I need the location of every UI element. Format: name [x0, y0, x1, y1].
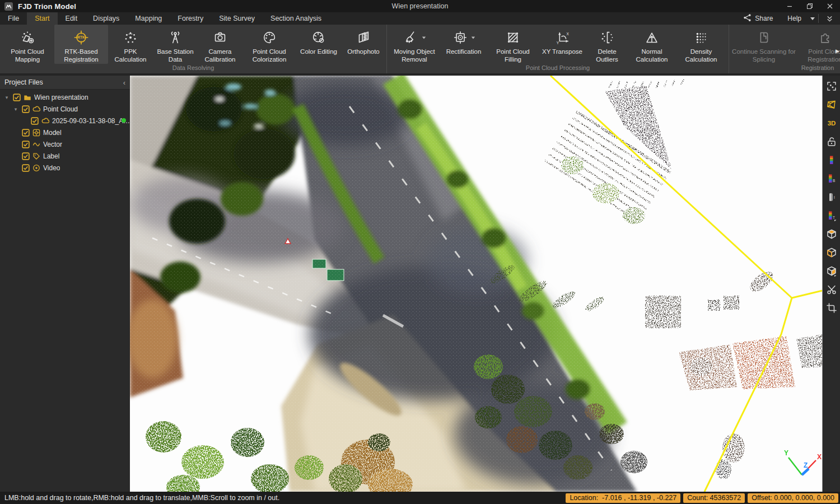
- visibility-checkbox[interactable]: [31, 117, 39, 125]
- xy-transpose-icon: XY: [554, 27, 571, 48]
- toolbar-intensity-button[interactable]: I: [824, 189, 839, 207]
- ribbon-group-label: Data Resolving: [1, 64, 386, 73]
- dropdown-caret-icon[interactable]: [422, 36, 426, 39]
- ribbon-groups: Point Cloud MappingRTKRTK-Based Registra…: [0, 25, 840, 73]
- ribbon-item-normal-calculation[interactable]: Normal Calculation: [629, 25, 674, 64]
- toolbar-cube-solid-button[interactable]: [824, 226, 839, 244]
- visibility-checkbox[interactable]: [22, 152, 30, 160]
- ribbon-item-camera-calibration[interactable]: Camera Calibration: [198, 25, 242, 64]
- color-editing-icon: [310, 27, 327, 48]
- ribbon-group-data-resolving: Point Cloud MappingRTKRTK-Based Registra…: [0, 25, 386, 73]
- ribbon-item-label: Point Cloud Filling: [486, 48, 540, 63]
- ribbon-item-orthophoto[interactable]: Orthophoto: [341, 25, 386, 64]
- viewport-canvas[interactable]: Y Z X: [130, 76, 822, 492]
- tree-item-2025-09-03-11-38-08-avst[interactable]: 2025-09-03-11-38-08_Avst...: [0, 115, 130, 127]
- ribbon-item-delete-outliers[interactable]: Delete Outliers: [585, 25, 629, 64]
- help-button[interactable]: Help: [782, 15, 807, 22]
- project-files-panel: Project Files ‹ ▾Wien presentation▾Point…: [0, 76, 130, 492]
- project-tree: ▾Wien presentation▾Point Cloud2025-09-03…: [0, 90, 130, 174]
- svg-text:3D: 3D: [828, 120, 836, 127]
- restore-button[interactable]: [800, 0, 820, 12]
- ribbon-item-point-cloud-mapping[interactable]: Point Cloud Mapping: [1, 25, 54, 64]
- axis-y-label: Y: [784, 449, 788, 457]
- tree-item-point-cloud[interactable]: ▾Point Cloud: [0, 103, 130, 115]
- menu-displays[interactable]: Displays: [85, 12, 127, 25]
- vector-icon: [32, 141, 40, 148]
- visibility-checkbox[interactable]: [22, 164, 30, 172]
- color-blue-channel-icon: B: [826, 173, 837, 186]
- menubar-right: Share Help: [738, 12, 840, 25]
- visibility-checkbox[interactable]: [22, 105, 30, 113]
- collapse-ribbon-button[interactable]: [822, 15, 837, 22]
- ribbon-group-items: Moving Object RemovalRectificationPoint …: [388, 25, 728, 64]
- dropdown-caret-icon[interactable]: [472, 36, 475, 39]
- toolbar-color-rgb-button[interactable]: [824, 152, 839, 170]
- expand-arrow-icon[interactable]: ▾: [3, 95, 10, 100]
- ribbon-item-point-cloud-filling[interactable]: Point Cloud Filling: [486, 25, 540, 64]
- tree-item-video[interactable]: Video: [0, 162, 130, 174]
- ribbon-item-rectification[interactable]: Rectification: [441, 25, 486, 64]
- app-title: FJD Trion Model: [18, 2, 76, 11]
- perspective-view-icon: [826, 99, 837, 112]
- ribbon-item-moving-object-removal[interactable]: Moving Object Removal: [388, 25, 441, 64]
- menu-edit[interactable]: Edit: [58, 12, 86, 25]
- toolbar-3d-view-button[interactable]: 3D: [824, 115, 839, 133]
- toolbar-fit-view-button[interactable]: [824, 78, 839, 96]
- normal-calculation-icon: [643, 27, 660, 48]
- toolbar-color-blue-channel-button[interactable]: B: [824, 170, 839, 189]
- menu-site-survey[interactable]: Site Survey: [211, 12, 263, 25]
- titlebar: FJD Trion Model Wien presentation: [0, 0, 840, 12]
- tree-item-label: Vector: [43, 141, 62, 148]
- toolbar-cube-front-face-button[interactable]: [824, 244, 839, 263]
- ribbon-item-color-editing[interactable]: Color Editing: [296, 25, 341, 64]
- toolbar-cube-side-face-button[interactable]: [824, 263, 839, 281]
- help-dropdown-icon[interactable]: [810, 17, 815, 20]
- toolbar-perspective-view-button[interactable]: [824, 96, 839, 115]
- visibility-checkbox[interactable]: [13, 94, 21, 101]
- toolbar-unlock-button[interactable]: [824, 133, 839, 152]
- tree-item-model[interactable]: Model: [0, 127, 130, 138]
- menu-mapping[interactable]: Mapping: [127, 12, 170, 25]
- minimize-button[interactable]: [780, 0, 800, 12]
- tree-item-label[interactable]: Label: [0, 150, 130, 162]
- ribbon-item-point-cloud-colorization[interactable]: Point Cloud Colorization: [242, 25, 296, 64]
- ribbon-item-rtk-based-registration[interactable]: RTKRTK-Based Registration: [54, 25, 108, 64]
- panel-collapse-icon[interactable]: ‹: [123, 78, 125, 87]
- ribbon-item-density-calculation[interactable]: Density Calculation: [674, 25, 728, 64]
- ribbon-item-xy-transpose[interactable]: XYXY Transpose: [540, 25, 585, 64]
- close-button[interactable]: [820, 0, 840, 12]
- ribbon-item-ppk-calculation[interactable]: PPK Calculation: [108, 25, 153, 64]
- toolbar-color-time-button[interactable]: T: [824, 207, 839, 226]
- main-area: Project Files ‹ ▾Wien presentation▾Point…: [0, 73, 840, 492]
- colorization-icon: [261, 27, 278, 48]
- ribbon-item-base-station-data[interactable]: Base Station Data: [153, 25, 198, 64]
- menu-section-analysis[interactable]: Section Analysis: [263, 12, 329, 25]
- ribbon-item-continue-scanning-for-splicing: Continue Scanning for Splicing: [730, 25, 798, 64]
- ribbon-group-items: Point Cloud MappingRTKRTK-Based Registra…: [1, 25, 386, 64]
- toolbar-cut-point-cloud-button[interactable]: [824, 281, 839, 300]
- svg-text:X: X: [567, 32, 570, 36]
- status-dot: [122, 118, 126, 123]
- base-station-icon: [167, 27, 184, 48]
- toolbar-crop-button[interactable]: [824, 300, 839, 318]
- intensity-icon: I: [826, 192, 837, 204]
- expand-arrow-icon[interactable]: ▾: [12, 106, 19, 112]
- cut-point-cloud-icon: [826, 284, 837, 297]
- menu-forestry[interactable]: Forestry: [170, 12, 211, 25]
- ribbon-scroll-right-icon[interactable]: ▶: [836, 48, 839, 54]
- folder-icon: [24, 94, 31, 101]
- svg-text:B: B: [833, 179, 835, 183]
- visibility-checkbox[interactable]: [22, 141, 30, 148]
- tree-item-wien-presentation[interactable]: ▾Wien presentation: [0, 91, 130, 103]
- share-button[interactable]: Share: [738, 13, 778, 24]
- visibility-checkbox[interactable]: [22, 129, 30, 137]
- menu-start[interactable]: Start: [27, 12, 57, 25]
- tree-item-vector[interactable]: Vector: [0, 138, 130, 150]
- svg-text:I: I: [834, 195, 835, 199]
- menu-file[interactable]: File: [0, 12, 27, 25]
- ribbon-group-label: Point Cloud Processing: [388, 64, 728, 73]
- ppk-calculation-icon: [122, 27, 139, 48]
- ribbon-item-label: XY Transpose: [541, 48, 584, 55]
- menubar-divider: [818, 14, 819, 23]
- share-icon: [743, 13, 752, 24]
